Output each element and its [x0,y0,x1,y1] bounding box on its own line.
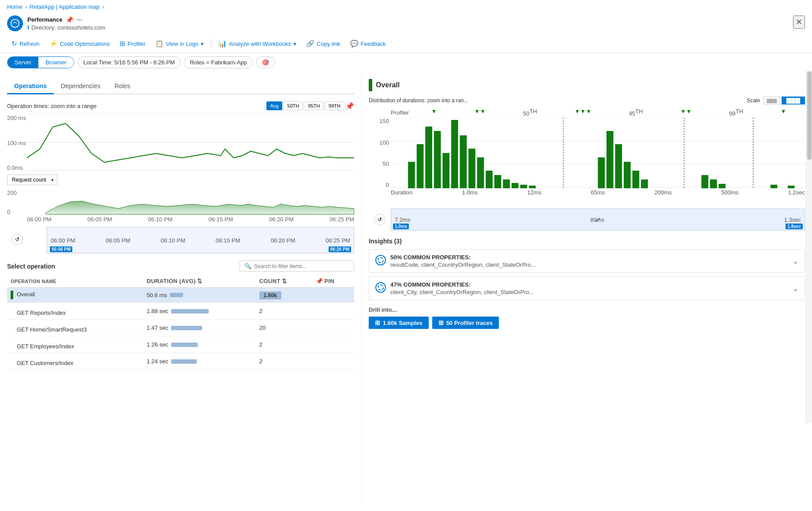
insight-2-label: 47% COMMON PROPERTIES: [390,281,534,288]
range-end-label: 06:26 PM [329,246,351,252]
breadcrumb-home[interactable]: Home [7,4,22,10]
tab-dependencies[interactable]: Dependencies [54,79,108,94]
left-panel: Operations Dependencies Roles Operation … [0,72,362,504]
p50-btn[interactable]: 50TH [283,101,303,110]
scale-buttons: Scale |||||||| ▐███▌ [747,97,805,104]
scale-log-button[interactable]: ▐███▌ [782,97,805,104]
profiler-traces-button[interactable]: ⊞ 50 Profiler traces [432,317,499,329]
target-icon: 🎯 [262,59,269,66]
logs-icon: 📋 [155,40,164,48]
drill-buttons: ⊞ 1.60k Samples ⊞ 50 Profiler traces [369,317,805,329]
table-row[interactable]: GET Reports/Index1.88 sec2 [7,303,354,320]
right-range-back-button[interactable]: ↺ [374,214,385,225]
svg-marker-4 [45,201,354,214]
request-count-dropdown[interactable]: Request count [7,175,57,185]
insight-1-icon [375,255,386,265]
server-browser-toggle: Server Browser [7,56,74,68]
svg-rect-25 [520,185,527,188]
scrollbar-thumb[interactable] [807,71,812,160]
main-layout: Operations Dependencies Roles Operation … [0,72,812,504]
profiler-button[interactable]: ⊞ Profiler [115,37,150,50]
search-box[interactable]: 🔍 [239,261,354,272]
pin-icon[interactable]: 📌 [66,16,73,23]
time-filter[interactable]: Local Time: 5/16 5:56 PM - 6:26 PM [78,56,180,68]
feedback-button[interactable]: 💬 Feedback [346,37,390,50]
table-row[interactable]: GET Employees/Index1.26 sec2 [7,336,354,353]
dist-title: Distribution of durations: zoom into a r… [369,97,468,104]
svg-rect-32 [641,179,648,188]
svg-rect-34 [710,179,717,188]
directory-text: Directory: contosohotels.com [31,24,105,31]
search-icon: 🔍 [244,263,251,269]
svg-rect-26 [529,186,536,188]
view-in-logs-button[interactable]: 📋 View in Logs ▾ [151,37,208,50]
op-duration-cell: 1.47 sec [143,320,255,336]
range-start-label: 05:56 PM [50,246,72,252]
insight-card-1[interactable]: 50% COMMON PROPERTIES: resultCode, clien… [369,249,805,273]
add-filter-button[interactable]: 🎯 [256,56,275,68]
svg-rect-15 [434,131,441,188]
breadcrumb-app[interactable]: RetailApp | Application map [30,4,100,10]
sort-count-icon[interactable]: ⇅ [282,278,287,284]
more-options-icon[interactable]: ··· [77,16,82,23]
table-row[interactable]: GET Customers/Index1.24 sec2 [7,353,354,370]
search-input[interactable] [254,263,349,269]
op-name-cell: GET Reports/Index [7,303,143,320]
insight-1-content: 50% COMMON PROPERTIES: resultCode, clien… [375,254,536,268]
close-button[interactable]: ✕ [793,15,805,29]
copy-icon: 🔗 [306,40,314,48]
svg-rect-17 [451,120,458,188]
roles-filter-text: Roles = Fabrikam-App [190,59,247,66]
range-back-button[interactable]: ↺ [11,234,23,245]
scale-linear-button[interactable]: |||||||| [763,97,780,104]
profiler-marker-4: ▼▼ [681,108,692,117]
p95-btn[interactable]: 95TH [304,101,324,110]
logs-dropdown-icon: ▾ [201,41,204,47]
op-name-cell: GET Home/SmartRequest3 [7,320,143,336]
pin-chart-button[interactable]: 📌 [345,102,354,110]
time-filter-text: Local Time: 5/16 5:56 PM - 6:26 PM [83,59,175,66]
svg-rect-24 [512,183,519,188]
range-time-axis: 06:00 PM 06:05 PM 06:10 PM 06:15 PM 06:2… [47,237,354,244]
svg-rect-12 [408,162,415,188]
p99-btn[interactable]: 99TH [325,101,344,110]
area-chart [45,189,354,215]
op-duration-cell: 1.24 sec [143,353,255,370]
insight-card-2[interactable]: 47% COMMON PROPERTIES: client_City, clie… [369,276,805,300]
refresh-button[interactable]: ↻ Refresh [7,37,44,50]
roles-filter[interactable]: Roles = Fabrikam-App [184,56,253,68]
table-row[interactable]: Overall50.6 ms1.60k [7,287,354,303]
svg-rect-33 [701,175,708,188]
breadcrumb: Home › RetailApp | Application map › [0,0,812,14]
samples-button[interactable]: ⊞ 1.60k Samples [369,317,429,329]
svg-rect-31 [632,171,640,188]
browser-tab[interactable]: Browser [38,57,74,68]
profiler-traces-label: 50 Profiler traces [446,320,493,326]
toolbar-separator [211,39,211,48]
col-pin: 📌 PIN [312,275,354,287]
col-operation-name: OPERATION NAME [7,275,143,287]
analyze-dropdown-icon: ▾ [293,41,296,47]
compress-icon[interactable]: ⤢ [595,216,601,224]
page-header: Performance 📌 ··· ℹ Directory: contosoho… [0,14,812,35]
avg-btn[interactable]: Avg [266,101,283,110]
op-count-cell: 1.60k [256,287,312,303]
tab-roles[interactable]: Roles [107,79,137,94]
tab-operations[interactable]: Operations [7,79,54,94]
code-optimizations-button[interactable]: ⚡ Code Optimizations [45,37,114,50]
insight-1-label: 50% COMMON PROPERTIES: [390,254,536,261]
analyze-workbooks-button[interactable]: 📊 Analyze with Workbooks ▾ [214,37,301,50]
col-duration: DURATION (AVG) ⇅ [143,275,255,287]
copy-link-button[interactable]: 🔗 Copy link [302,37,344,50]
range-selector-row: ↺ 06:00 PM 06:05 PM 06:10 PM 06:15 PM 06… [7,225,354,254]
distribution-header: Distribution of durations: zoom into a r… [369,97,805,104]
svg-rect-28 [606,131,614,188]
server-tab[interactable]: Server [7,57,38,68]
insight-2-chevron[interactable]: ⌄ [793,284,798,293]
operations-section: Select operation 🔍 OPERATION NAME DURATI… [7,261,354,370]
scale-label: Scale [747,97,760,104]
sort-duration-icon[interactable]: ⇅ [197,278,202,284]
svg-rect-22 [494,175,501,188]
insight-1-chevron[interactable]: ⌄ [793,257,798,265]
table-row[interactable]: GET Home/SmartRequest31.47 sec20 [7,320,354,336]
